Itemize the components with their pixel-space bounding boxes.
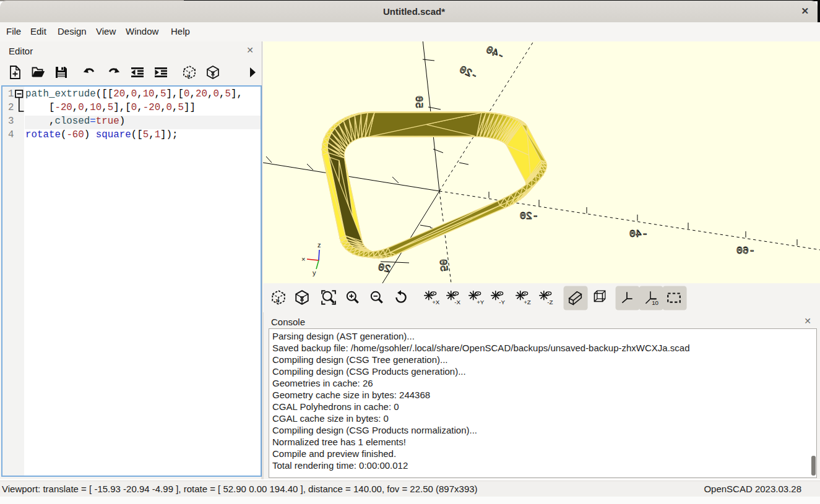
svg-text:10: 10 — [652, 299, 658, 306]
svg-text:-40: -40 — [629, 228, 649, 240]
svg-text:-20: -20 — [457, 64, 480, 82]
svg-text:+Y: +Y — [477, 299, 485, 305]
svg-text:20: 20 — [377, 262, 392, 276]
svg-text:z: z — [317, 241, 321, 249]
svg-text:+X: +X — [432, 299, 440, 305]
svg-text:-X: -X — [454, 299, 460, 305]
svg-text:»: » — [275, 296, 280, 305]
svg-text:+Z: +Z — [524, 299, 531, 305]
svg-text:-Y: -Y — [499, 299, 505, 305]
svg-text:»: » — [187, 72, 191, 79]
svg-text:-20: -20 — [520, 210, 539, 222]
svg-text:50: 50 — [437, 258, 450, 272]
svg-text:y: y — [313, 269, 316, 276]
svg-text:-Z: -Z — [547, 299, 553, 305]
svg-text:50: 50 — [413, 96, 425, 108]
svg-text:-60: -60 — [736, 245, 756, 257]
svg-text:-40: -40 — [484, 44, 506, 62]
svg-text:×: × — [301, 255, 305, 263]
